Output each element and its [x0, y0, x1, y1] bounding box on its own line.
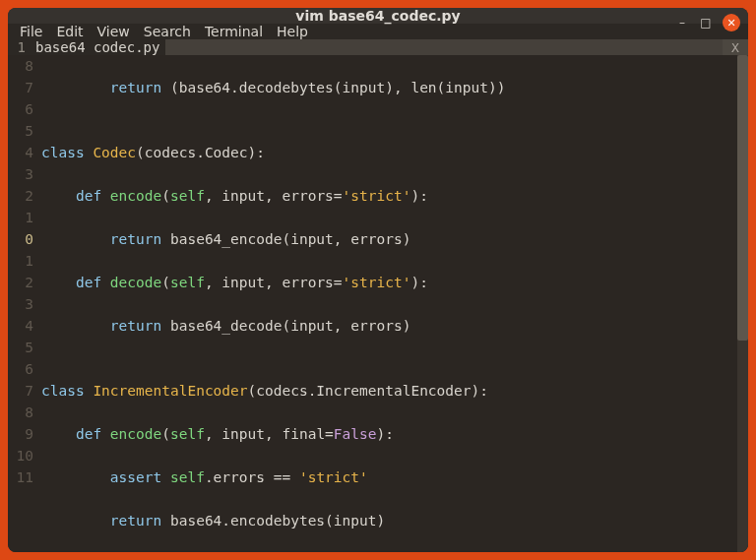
line-number: 4: [8, 315, 33, 337]
code-line: class Codec(codecs.Codec):: [41, 142, 737, 163]
line-number-gutter: 8 7 6 5 4 3 2 1 0 1 2 3 4 5 6 7 8 9 10 1…: [8, 55, 41, 552]
menubar: File Edit View Search Terminal Help: [8, 24, 748, 39]
line-number: 10: [8, 445, 33, 467]
menu-terminal[interactable]: Terminal: [205, 24, 263, 39]
code-line: assert self.errors == 'strict': [41, 467, 737, 488]
line-number: 5: [8, 337, 33, 358]
tabline: 1 base64_codec.py X: [8, 39, 748, 55]
code-line: return base64.encodebytes(input): [41, 510, 737, 531]
window-title: vim base64_codec.py: [8, 8, 748, 24]
code-line: def encode(self, input, errors='strict')…: [41, 185, 737, 207]
code-line: return base64_encode(input, errors): [41, 228, 737, 250]
line-number: 4: [8, 142, 33, 163]
menu-file[interactable]: File: [20, 24, 42, 39]
line-number: 2: [8, 185, 33, 207]
tab-filename[interactable]: base64_codec.py: [32, 39, 159, 55]
line-number: 3: [8, 293, 33, 315]
menu-search[interactable]: Search: [144, 24, 191, 39]
line-number: 6: [8, 358, 33, 380]
line-number: 2: [8, 272, 33, 293]
line-number: 5: [8, 120, 33, 142]
line-number: 7: [8, 380, 33, 402]
code-line: def encode(self, input, final=False):: [41, 423, 737, 445]
line-number: 7: [8, 77, 33, 98]
line-number: 8: [8, 55, 33, 77]
scrollbar[interactable]: [737, 55, 748, 552]
close-icon[interactable]: ✕: [723, 14, 740, 31]
line-number-current: 0: [8, 228, 33, 250]
code-line: def decode(self, input, errors='strict')…: [41, 272, 737, 293]
line-number: 6: [8, 98, 33, 120]
minimize-icon[interactable]: –: [675, 16, 689, 30]
code-line: return base64_decode(input, errors): [41, 315, 737, 337]
terminal-window: vim base64_codec.py – □ ✕ File Edit View…: [8, 8, 748, 552]
line-number: 11: [8, 467, 33, 488]
code-area[interactable]: return (base64.decodebytes(input), len(i…: [41, 55, 737, 552]
tabline-fill: [165, 39, 723, 55]
scrollbar-thumb[interactable]: [737, 55, 748, 341]
menu-edit[interactable]: Edit: [56, 24, 83, 39]
maximize-icon[interactable]: □: [699, 16, 713, 30]
line-number: 3: [8, 163, 33, 185]
tab-close-button[interactable]: X: [723, 39, 748, 55]
code-line: return (base64.decodebytes(input), len(i…: [41, 77, 737, 98]
editor[interactable]: 8 7 6 5 4 3 2 1 0 1 2 3 4 5 6 7 8 9 10 1…: [8, 55, 748, 552]
line-number: 9: [8, 423, 33, 445]
menu-view[interactable]: View: [97, 24, 130, 39]
line-number: 1: [8, 250, 33, 272]
tab-index: 1: [8, 39, 32, 55]
line-number: 8: [8, 402, 33, 423]
window-controls: – □ ✕: [675, 8, 740, 37]
code-line: class IncrementalEncoder(codecs.Incremen…: [41, 380, 737, 402]
titlebar[interactable]: vim base64_codec.py – □ ✕: [8, 8, 748, 24]
line-number: 1: [8, 207, 33, 228]
menu-help[interactable]: Help: [277, 24, 308, 39]
